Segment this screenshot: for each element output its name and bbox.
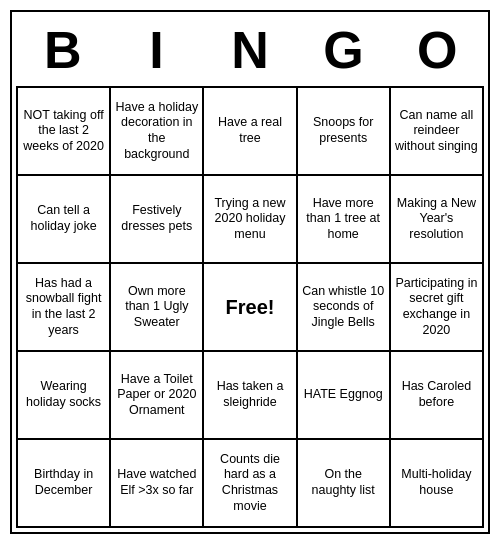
bingo-card: BINGO NOT taking off the last 2 weeks of… — [10, 10, 490, 534]
bingo-cell-9: Making a New Year's resolution — [391, 176, 484, 264]
bingo-cell-11: Own more than 1 Ugly Sweater — [111, 264, 204, 352]
bingo-cell-5: Can tell a holiday joke — [18, 176, 111, 264]
bingo-cell-23: On the naughty list — [298, 440, 391, 528]
bingo-cell-19: Has Caroled before — [391, 352, 484, 440]
bingo-cell-4: Can name all reindeer without singing — [391, 88, 484, 176]
bingo-grid: NOT taking off the last 2 weeks of 2020H… — [16, 86, 484, 528]
bingo-cell-1: Have a holiday decoration in the backgro… — [111, 88, 204, 176]
bingo-cell-2: Have a real tree — [204, 88, 297, 176]
bingo-cell-16: Have a Toilet Paper or 2020 Ornament — [111, 352, 204, 440]
bingo-cell-17: Has taken a sleighride — [204, 352, 297, 440]
bingo-cell-15: Wearing holiday socks — [18, 352, 111, 440]
bingo-cell-22: Counts die hard as a Christmas movie — [204, 440, 297, 528]
bingo-cell-8: Have more than 1 tree at home — [298, 176, 391, 264]
bingo-cell-12: Free! — [204, 264, 297, 352]
bingo-letter: I — [116, 20, 196, 80]
bingo-cell-21: Have watched Elf >3x so far — [111, 440, 204, 528]
bingo-cell-24: Multi-holiday house — [391, 440, 484, 528]
bingo-cell-18: HATE Eggnog — [298, 352, 391, 440]
bingo-cell-6: Festively dresses pets — [111, 176, 204, 264]
bingo-letter: G — [304, 20, 384, 80]
bingo-cell-0: NOT taking off the last 2 weeks of 2020 — [18, 88, 111, 176]
bingo-cell-14: Participating in secret gift exchange in… — [391, 264, 484, 352]
bingo-cell-7: Trying a new 2020 holiday menu — [204, 176, 297, 264]
bingo-cell-10: Has had a snowball fight in the last 2 y… — [18, 264, 111, 352]
bingo-cell-13: Can whistle 10 seconds of Jingle Bells — [298, 264, 391, 352]
bingo-cell-3: Snoops for presents — [298, 88, 391, 176]
bingo-cell-20: Birthday in December — [18, 440, 111, 528]
bingo-title: BINGO — [16, 16, 484, 86]
bingo-letter: N — [210, 20, 290, 80]
bingo-letter: O — [397, 20, 477, 80]
bingo-letter: B — [23, 20, 103, 80]
